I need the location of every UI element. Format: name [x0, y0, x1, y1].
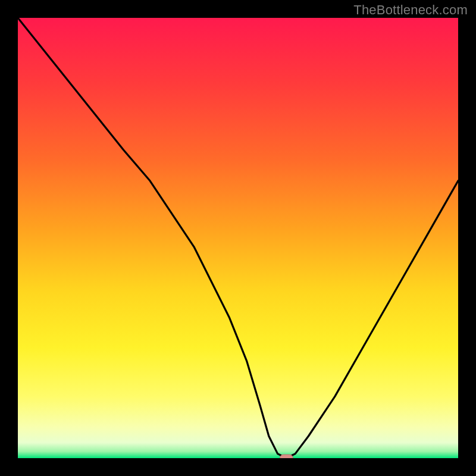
chart-frame: TheBottleneck.com — [0, 0, 476, 476]
chart-svg — [18, 18, 458, 458]
optimal-point-marker — [280, 455, 293, 458]
attribution-text: TheBottleneck.com — [353, 2, 468, 18]
chart-plot-area — [18, 18, 458, 458]
chart-background-gradient — [18, 18, 458, 458]
